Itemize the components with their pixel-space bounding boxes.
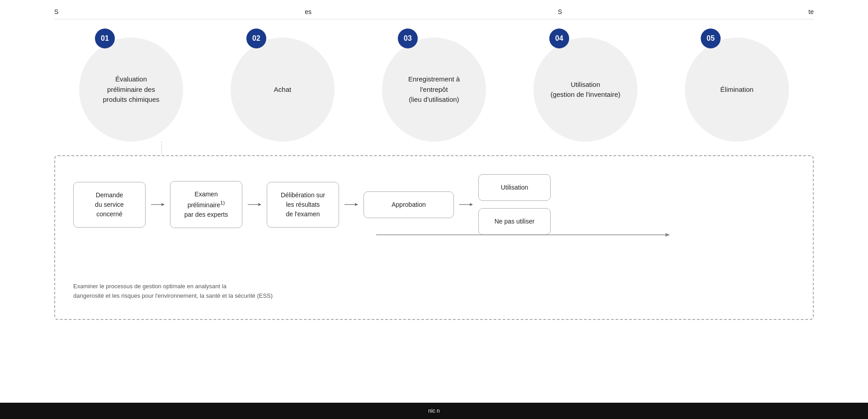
circle-shape-01: Évaluationpréliminaire desproduits chimi… bbox=[79, 38, 183, 142]
circle-shape-03: Enregistrement àl'entrepôt(lieu d'utilis… bbox=[382, 38, 486, 142]
process-step-3: Délibération surles résultatsde l'examen bbox=[267, 182, 339, 228]
circle-item-03: 03 Enregistrement àl'entrepôt(lieu d'uti… bbox=[366, 33, 502, 142]
utilisation-label: Utilisation bbox=[501, 184, 528, 191]
footer-text: nic n bbox=[428, 408, 439, 414]
circle-label-04: Utilisation(gestion de l'inventaire) bbox=[551, 80, 621, 100]
process-step-1: Demandedu serviceconcerné bbox=[73, 182, 146, 228]
page-container: S es S te 01 Évaluationpréliminaire desp… bbox=[0, 0, 868, 419]
circle-label-01: Évaluationpréliminaire desproduits chimi… bbox=[103, 74, 159, 105]
circle-shape-05: Élimination bbox=[685, 38, 789, 142]
branch-arrow-svg bbox=[376, 230, 675, 267]
header-col-1: S bbox=[54, 8, 58, 15]
ne-pas-utiliser-label: Ne pas utiliser bbox=[495, 218, 535, 225]
circles-row: 01 Évaluationpréliminaire desproduits ch… bbox=[54, 33, 814, 142]
approbation-label: Approbation bbox=[392, 201, 426, 208]
branch-arrow-container bbox=[376, 230, 795, 268]
circle-badge-05: 05 bbox=[701, 29, 721, 48]
outcome-utilisation: Utilisation bbox=[478, 174, 551, 201]
svg-marker-7 bbox=[470, 203, 473, 206]
header-cols: S es S te bbox=[54, 0, 814, 19]
main-flow: Demandedu serviceconcerné Examenprélimin… bbox=[73, 174, 795, 235]
arrow-2-3 bbox=[242, 201, 267, 208]
circle-badge-03: 03 bbox=[398, 29, 418, 48]
circle-shape-04: Utilisation(gestion de l'inventaire) bbox=[533, 38, 637, 142]
circle-badge-04: 04 bbox=[549, 29, 569, 48]
process-step-2: Examenpréliminaire1)par des experts bbox=[170, 181, 242, 229]
circle-label-05: Élimination bbox=[720, 85, 753, 95]
svg-marker-9 bbox=[665, 233, 670, 237]
arrow-1-2 bbox=[146, 201, 170, 208]
footer-bar: nic n bbox=[0, 403, 868, 419]
note-line1: Examiner le processus de gestion optimal… bbox=[73, 283, 226, 290]
step3-label: Délibération surles résultatsde l'examen bbox=[281, 191, 325, 218]
circle-shape-02: Achat bbox=[231, 38, 335, 142]
note-line2: dangerosité et les risques pour l'enviro… bbox=[73, 292, 273, 299]
arrow-svg-4 bbox=[459, 201, 473, 208]
process-note: Examiner le processus de gestion optimal… bbox=[73, 282, 795, 301]
arrow-3-4 bbox=[339, 201, 363, 208]
arrow-svg-1 bbox=[151, 201, 165, 208]
circle-item-02: 02 Achat bbox=[215, 33, 350, 142]
svg-marker-1 bbox=[161, 203, 165, 206]
step1-label: Demandedu serviceconcerné bbox=[95, 191, 124, 218]
arrow-4-outcomes bbox=[454, 201, 478, 208]
circle-badge-01: 01 bbox=[95, 29, 115, 48]
header-col-4: te bbox=[808, 8, 814, 15]
dotted-process-box: Demandedu serviceconcerné Examenprélimin… bbox=[54, 155, 814, 320]
circle-label-03: Enregistrement àl'entrepôt(lieu d'utilis… bbox=[408, 74, 460, 105]
step2-label: Examenpréliminaire1)par des experts bbox=[184, 190, 228, 219]
circle-item-04: 04 Utilisation(gestion de l'inventaire) bbox=[518, 33, 653, 142]
header-col-3: S bbox=[558, 8, 562, 15]
header-col-2: es bbox=[305, 8, 311, 15]
arrow-svg-2 bbox=[248, 201, 261, 208]
svg-marker-3 bbox=[258, 203, 261, 206]
outcomes-col: Utilisation Ne pas utiliser bbox=[478, 174, 551, 235]
process-step-approbation: Approbation bbox=[363, 191, 454, 218]
circle-item-01: 01 Évaluationpréliminaire desproduits ch… bbox=[63, 33, 199, 142]
circle-badge-02: 02 bbox=[246, 29, 266, 48]
svg-marker-5 bbox=[355, 203, 358, 206]
top-section: 01 Évaluationpréliminaire desproduits ch… bbox=[54, 33, 814, 142]
circle-item-05: 05 Élimination bbox=[669, 33, 805, 142]
circle-label-02: Achat bbox=[274, 85, 291, 95]
arrow-svg-3 bbox=[344, 201, 358, 208]
process-flow-container: Demandedu serviceconcerné Examenprélimin… bbox=[73, 174, 795, 301]
main-content: 01 Évaluationpréliminaire desproduits ch… bbox=[54, 33, 814, 320]
